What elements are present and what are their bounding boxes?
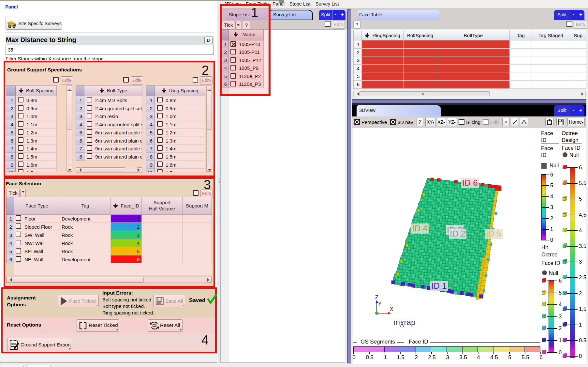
svg-text:Y: Y (378, 301, 382, 307)
svg-text:Z: Z (375, 295, 378, 300)
svg-text:X: X (390, 306, 393, 312)
